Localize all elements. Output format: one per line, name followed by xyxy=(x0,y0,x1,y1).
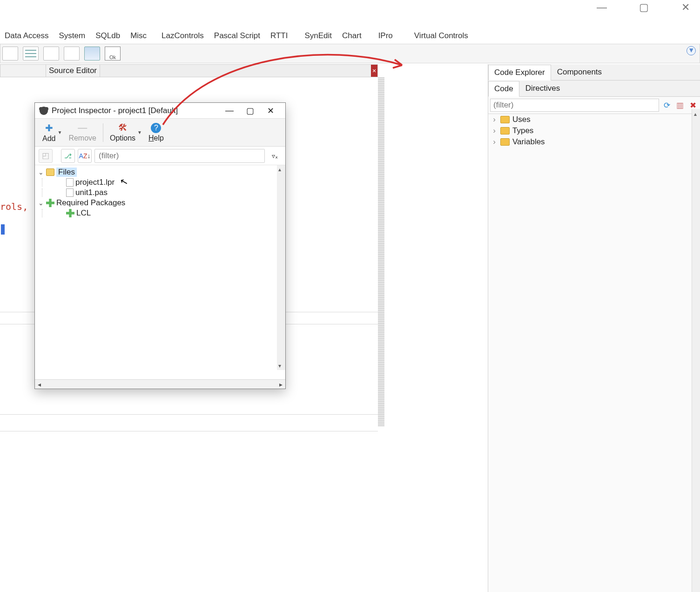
pi-open-button: ◰ xyxy=(39,149,53,163)
component-palette-tabs: Data Access System SQLdb Misc LazControl… xyxy=(0,28,700,44)
tree-node-variables[interactable]: › Variables xyxy=(488,136,700,148)
project-inspector-titlebar[interactable]: Project Inspector - project1 [Default] —… xyxy=(35,103,285,119)
plus-icon: ✚ xyxy=(45,122,53,134)
expand-toggle-icon[interactable]: ⌄ xyxy=(38,199,44,207)
scroll-left-icon: ◂ xyxy=(38,381,41,388)
chevron-right-icon: › xyxy=(491,137,498,147)
project-inspector-toolbar: ✚ Add ▼ — Remove 🛠 Options ▼ ? Help xyxy=(35,119,285,147)
expand-toggle-icon[interactable]: ⌄ xyxy=(38,168,44,176)
tree-node-label: Uses xyxy=(512,115,531,124)
scroll-up-icon: ▴ xyxy=(694,111,697,117)
package-icon xyxy=(66,209,74,217)
palette-tab-lazcontrols[interactable]: LazControls xyxy=(159,30,207,41)
tree-file-project1[interactable]: project1.lpr xyxy=(38,177,283,188)
palette-tab-pascal-script[interactable]: Pascal Script xyxy=(211,30,263,41)
folder-icon xyxy=(500,127,510,135)
refresh-icon[interactable]: ⟳ xyxy=(662,100,672,110)
dropdown-caret-icon[interactable]: ▼ xyxy=(137,130,142,135)
scroll-up-icon: ▴ xyxy=(278,166,281,173)
wrench-icon: 🛠 xyxy=(118,122,128,133)
main-close-button[interactable]: ✕ xyxy=(675,1,696,13)
palette-tab-system[interactable]: System xyxy=(56,30,88,41)
help-icon: ? xyxy=(151,123,161,133)
tree-node-types[interactable]: › Types xyxy=(488,125,700,136)
tree-node-label: Types xyxy=(512,126,533,135)
code-explorer-panel: Code Explorer Components Code Directives… xyxy=(488,64,700,592)
palette-collapse-button[interactable]: ▾ xyxy=(687,46,696,55)
files-label: Files xyxy=(56,168,77,177)
source-editor-label: Source Editor xyxy=(46,65,100,77)
file-icon xyxy=(66,188,74,197)
palette-item-4[interactable] xyxy=(64,47,80,61)
vertical-drag-handle[interactable] xyxy=(378,77,384,426)
pi-horizontal-scrollbar[interactable]: ◂ ▸ xyxy=(35,379,285,389)
pi-add-label: Add xyxy=(42,135,55,143)
pi-help-button[interactable]: ? Help xyxy=(144,122,168,143)
pi-remove-button: — Remove xyxy=(64,121,101,143)
tree-node-uses[interactable]: › Uses xyxy=(488,114,700,125)
palette-tab-misc[interactable]: Misc xyxy=(128,30,149,41)
package-icon xyxy=(46,199,54,207)
code-explorer-filter-row: (filter) ⟳ ▥ ✖ xyxy=(488,97,700,114)
right-panel-tabs: Code Explorer Components xyxy=(488,64,700,81)
tree-indent xyxy=(42,178,64,187)
dropdown-caret-icon[interactable]: ▼ xyxy=(57,130,62,135)
pi-vertical-scrollbar[interactable]: ▴ ▾ xyxy=(277,165,285,370)
palette-tab-sqldb[interactable]: SQLdb xyxy=(93,30,123,41)
chevron-right-icon: › xyxy=(491,126,498,135)
chevron-right-icon: › xyxy=(491,115,498,124)
project-inspector-window: Project Inspector - project1 [Default] —… xyxy=(34,102,286,389)
minus-icon: — xyxy=(78,122,87,133)
mode-icon[interactable]: ▥ xyxy=(675,100,685,110)
right-panel-scrollbar[interactable]: ▴ xyxy=(692,109,700,592)
palette-tab-chart[interactable]: Chart xyxy=(339,30,364,41)
folder-icon xyxy=(500,116,510,123)
pi-add-button[interactable]: ✚ Add xyxy=(38,121,60,144)
code-explorer-filter-input[interactable]: (filter) xyxy=(490,99,659,112)
tab-components[interactable]: Components xyxy=(551,64,608,80)
palette-item-panel[interactable] xyxy=(84,47,100,61)
pi-options-button[interactable]: 🛠 Options xyxy=(105,121,140,143)
pi-maximize-button[interactable]: ▢ xyxy=(240,106,260,116)
pi-tree-button[interactable]: ⎇ xyxy=(61,149,75,163)
pi-help-label: Help xyxy=(148,134,164,142)
project-inspector-tree[interactable]: ⌄ Files project1.lpr unit1.pas ⌄ Require… xyxy=(35,165,285,379)
toolbar-separator xyxy=(103,123,103,142)
source-editor-tab-area[interactable] xyxy=(100,65,371,77)
main-window-titlebar: — ▢ ✕ xyxy=(0,0,700,15)
tree-node-required-packages[interactable]: ⌄ Required Packages xyxy=(38,198,283,208)
code-fragment-2 xyxy=(1,224,5,235)
tab-code[interactable]: Code xyxy=(488,81,519,97)
tree-package-lcl[interactable]: LCL xyxy=(38,208,283,218)
pi-filter-input[interactable]: (filter) xyxy=(94,149,265,163)
palette-tab-rtti[interactable]: RTTI xyxy=(268,30,290,41)
pi-close-button[interactable]: ✕ xyxy=(260,106,281,116)
project-inspector-filter-row: ◰ ⎇ AZ↓ (filter) ▿ₓ xyxy=(35,147,285,165)
main-minimize-button[interactable]: — xyxy=(591,1,612,13)
palette-tab-data-access[interactable]: Data Access xyxy=(2,30,52,41)
pi-sort-button[interactable]: AZ↓ xyxy=(78,149,92,163)
project-inspector-title: Project Inspector - project1 [Default] xyxy=(52,106,219,115)
palette-tab-synedit[interactable]: SynEdit xyxy=(302,30,335,41)
tree-file-unit1[interactable]: unit1.pas xyxy=(38,188,283,198)
pi-clear-filter-button[interactable]: ▿ₓ xyxy=(268,149,282,163)
packages-label: Required Packages xyxy=(56,198,125,208)
lazarus-paw-icon xyxy=(40,107,48,115)
source-editor-titlebar: Source Editor × xyxy=(0,64,378,77)
tab-directives[interactable]: Directives xyxy=(519,81,566,96)
source-editor-close-button[interactable]: × xyxy=(371,65,377,77)
palette-tab-ipro[interactable]: IPro xyxy=(376,30,396,41)
palette-item-3[interactable] xyxy=(43,47,59,61)
file-label: unit1.pas xyxy=(75,188,108,197)
tab-code-explorer[interactable]: Code Explorer xyxy=(488,65,551,81)
pi-minimize-button[interactable]: — xyxy=(219,106,240,115)
palette-tab-virtual-controls[interactable]: Virtual Controls xyxy=(411,30,471,41)
tree-node-files[interactable]: ⌄ Files xyxy=(38,167,283,177)
pi-remove-label: Remove xyxy=(68,134,96,142)
folder-icon xyxy=(500,138,510,146)
main-maximize-button[interactable]: ▢ xyxy=(633,1,654,13)
palette-item-ok[interactable]: Ok xyxy=(105,47,121,61)
palette-item-1[interactable] xyxy=(2,47,18,61)
file-icon xyxy=(66,178,74,187)
palette-item-2[interactable] xyxy=(23,47,39,61)
